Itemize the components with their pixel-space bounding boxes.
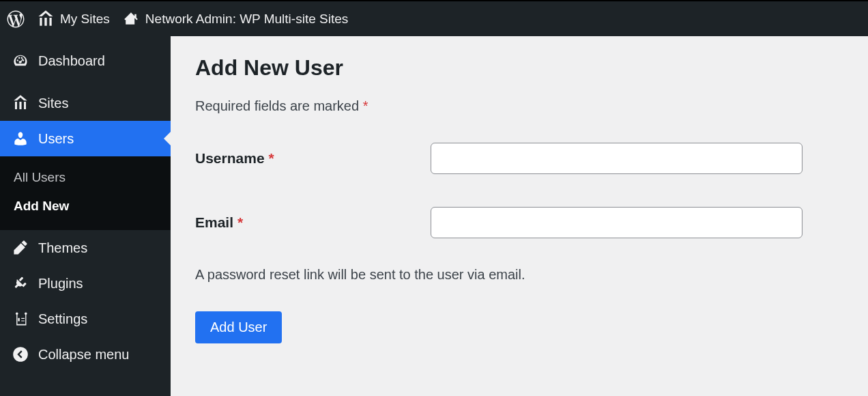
sidebar-item-dashboard[interactable]: Dashboard <box>0 36 171 85</box>
my-sites-link[interactable]: My Sites <box>37 10 110 28</box>
sites-icon <box>12 95 29 111</box>
users-submenu: All Users Add New <box>0 156 171 230</box>
plugins-icon <box>12 275 29 292</box>
svg-point-0 <box>13 347 28 362</box>
multisite-icon <box>37 10 55 28</box>
sidebar-label: Collapse menu <box>38 347 129 363</box>
required-asterisk: * <box>237 214 243 230</box>
required-fields-note: Required fields are marked * <box>195 98 843 114</box>
network-admin-label: Network Admin: WP Multi-site Sites <box>145 12 348 27</box>
sidebar-label: Sites <box>38 96 68 111</box>
sidebar-item-users[interactable]: Users <box>0 121 171 156</box>
admin-topbar: My Sites Network Admin: WP Multi-site Si… <box>0 0 868 36</box>
users-icon <box>12 130 29 147</box>
email-input[interactable] <box>431 207 802 238</box>
email-row: Email * <box>195 207 843 238</box>
my-sites-label: My Sites <box>60 12 110 27</box>
dashboard-icon <box>12 53 29 69</box>
email-label: Email * <box>195 214 431 231</box>
required-note-text: Required fields are marked <box>195 98 363 113</box>
page-title: Add New User <box>195 55 843 81</box>
email-label-text: Email <box>195 214 237 230</box>
password-reset-note: A password reset link will be sent to th… <box>195 267 843 283</box>
add-user-button[interactable]: Add User <box>195 311 282 343</box>
required-asterisk: * <box>363 98 368 113</box>
submenu-add-new[interactable]: Add New <box>0 192 171 221</box>
username-row: Username * <box>195 143 843 174</box>
wp-logo[interactable] <box>7 10 25 28</box>
required-asterisk: * <box>268 150 274 166</box>
collapse-icon <box>12 346 29 363</box>
username-input[interactable] <box>431 143 802 174</box>
wordpress-icon <box>7 10 25 28</box>
sidebar-item-sites[interactable]: Sites <box>0 85 171 121</box>
username-label-text: Username <box>195 150 268 166</box>
sidebar-item-plugins[interactable]: Plugins <box>0 266 171 301</box>
submenu-all-users[interactable]: All Users <box>0 163 171 192</box>
themes-icon <box>12 240 29 256</box>
sidebar-label: Dashboard <box>38 53 105 69</box>
admin-sidebar: Dashboard Sites Users All Users Add New … <box>0 36 171 396</box>
home-icon <box>122 10 140 28</box>
main-content: Add New User Required fields are marked … <box>171 36 868 396</box>
settings-icon <box>12 311 29 327</box>
sidebar-label: Users <box>38 131 74 147</box>
network-admin-link[interactable]: Network Admin: WP Multi-site Sites <box>122 10 348 28</box>
sidebar-label: Themes <box>38 240 87 256</box>
sidebar-collapse[interactable]: Collapse menu <box>0 337 171 372</box>
sidebar-item-settings[interactable]: Settings <box>0 301 171 337</box>
sidebar-label: Plugins <box>38 276 83 292</box>
sidebar-label: Settings <box>38 311 87 327</box>
sidebar-item-themes[interactable]: Themes <box>0 230 171 266</box>
username-label: Username * <box>195 150 431 167</box>
